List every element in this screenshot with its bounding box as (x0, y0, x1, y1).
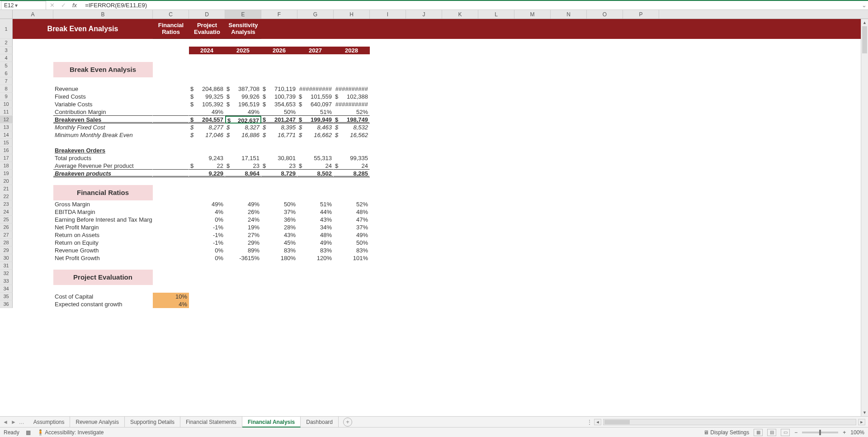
cell[interactable]: $710,119 (261, 85, 297, 93)
zoom-level[interactable]: 100% (850, 429, 864, 436)
cell[interactable]: $16,562 (334, 131, 370, 139)
row-header[interactable]: 15 (0, 139, 13, 147)
cell[interactable]: $17,046 (189, 131, 225, 139)
cell[interactable]: 48% (297, 231, 334, 239)
zoom-in-button[interactable]: + (843, 429, 846, 436)
row-header[interactable]: 36 (0, 300, 13, 308)
cell[interactable]: $24 (334, 162, 370, 170)
view-normal-button[interactable]: ▦ (754, 429, 763, 436)
display-settings-button[interactable]: 🖥 Display Settings (703, 429, 749, 436)
row-header[interactable]: 16 (0, 147, 13, 154)
cell[interactable]: -1% (189, 231, 225, 239)
cell[interactable]: $99,325 (189, 93, 225, 100)
row-header[interactable]: 12 (0, 116, 13, 124)
row-header[interactable]: 20 (0, 177, 13, 185)
row-header[interactable]: 13 (0, 124, 13, 131)
cell[interactable]: $99,926 (225, 93, 261, 100)
row-header[interactable]: 17 (0, 154, 13, 162)
cell[interactable]: ########## (334, 85, 370, 93)
cell[interactable]: 51% (297, 108, 334, 116)
cell[interactable]: $204,557 (189, 116, 225, 124)
hscroll-right-icon[interactable]: ► (858, 419, 865, 425)
macro-record-icon[interactable]: ▦ (26, 429, 31, 436)
name-box[interactable]: E12 ▾ (1, 1, 46, 10)
cell[interactable]: 44% (297, 208, 334, 216)
row-header[interactable]: 29 (0, 247, 13, 254)
row-header[interactable]: 18 (0, 162, 13, 170)
cell[interactable]: 50% (261, 200, 297, 208)
row-header[interactable]: 24 (0, 208, 13, 216)
row-header[interactable]: 3233 (0, 270, 13, 285)
cell[interactable]: $24 (297, 162, 334, 170)
row-header[interactable]: 27 (0, 231, 13, 239)
accessibility-status[interactable]: 🧍 Accessibility: Investigate (37, 429, 104, 436)
cell[interactable]: $204,868 (189, 85, 225, 93)
zoom-slider[interactable] (802, 432, 838, 433)
cell[interactable]: $8,277 (189, 124, 225, 131)
sensitivity-analysis-button[interactable]: SensitivityAnalysis (225, 19, 261, 39)
tab-nav-more-icon[interactable]: … (19, 419, 24, 425)
tab-supporting-details[interactable]: Supporting Details (125, 417, 180, 428)
cell[interactable]: 83% (297, 247, 334, 254)
cell[interactable]: 180% (261, 254, 297, 262)
cell[interactable]: $198,749 (334, 116, 370, 124)
row-header[interactable]: 30 (0, 254, 13, 262)
row-header[interactable]: 31 (0, 262, 13, 270)
view-page-break-button[interactable]: ▭ (781, 429, 790, 436)
cell[interactable]: $105,392 (189, 100, 225, 108)
col-header[interactable]: M (514, 10, 551, 19)
col-header[interactable]: P (623, 10, 659, 19)
cell[interactable]: 8,285 (334, 170, 370, 177)
cell[interactable]: $640,097 (297, 100, 334, 108)
cell[interactable]: $8,463 (297, 124, 334, 131)
row-header[interactable]: 28 (0, 239, 13, 247)
cell[interactable]: 83% (261, 247, 297, 254)
col-header[interactable]: O (587, 10, 623, 19)
formula-input[interactable]: =IFERROR(E9/E11,E9) (83, 2, 860, 9)
row-header[interactable]: 26 (0, 223, 13, 231)
col-header[interactable]: B (53, 10, 153, 19)
col-header[interactable]: H (334, 10, 370, 19)
tab-split-icon[interactable]: ⋮ (587, 419, 592, 425)
scroll-up-icon[interactable]: ▲ (861, 19, 868, 26)
row-header[interactable]: 4 (0, 54, 13, 62)
row-header[interactable]: 3 (0, 47, 13, 54)
col-header[interactable]: E (225, 10, 261, 19)
cell[interactable]: 24% (225, 216, 261, 223)
cell[interactable]: ########## (334, 100, 370, 108)
cell[interactable]: 29% (225, 239, 261, 247)
cell[interactable]: 49% (225, 200, 261, 208)
cell[interactable]: 0% (189, 254, 225, 262)
cell[interactable]: 30,801 (261, 154, 297, 162)
cell[interactable]: $23 (261, 162, 297, 170)
active-cell[interactable]: $202,637 (225, 116, 261, 124)
row-header[interactable]: 10 (0, 100, 13, 108)
cell[interactable]: 8,964 (225, 170, 261, 177)
fx-icon[interactable]: fx (72, 2, 80, 9)
row-header[interactable]: 8 (0, 85, 13, 93)
col-header[interactable]: D (189, 10, 225, 19)
col-header[interactable]: F (261, 10, 297, 19)
cell[interactable]: $8,532 (334, 124, 370, 131)
spreadsheet-grid[interactable]: A B C D E F G H I J K L M N O P 1 Break … (0, 10, 868, 416)
cell[interactable]: 45% (261, 239, 297, 247)
cell[interactable]: -1% (189, 239, 225, 247)
cell[interactable]: $16,771 (261, 131, 297, 139)
cell[interactable]: 49% (297, 239, 334, 247)
cell[interactable]: -3615% (225, 254, 261, 262)
cell[interactable]: $8,327 (225, 124, 261, 131)
cell[interactable]: 120% (297, 254, 334, 262)
col-header[interactable]: L (478, 10, 514, 19)
cell[interactable]: ########## (297, 85, 334, 93)
project-evaluation-button[interactable]: ProjectEvaluatio (189, 19, 225, 39)
cell[interactable]: 9,229 (189, 170, 225, 177)
row-header[interactable]: 2122 (0, 185, 13, 200)
col-header[interactable]: N (551, 10, 587, 19)
cell[interactable]: 27% (225, 231, 261, 239)
cell[interactable]: $199,949 (297, 116, 334, 124)
cell[interactable]: 55,313 (297, 154, 334, 162)
cell[interactable]: 37% (261, 208, 297, 216)
scrollbar-thumb[interactable] (862, 26, 867, 53)
cell[interactable]: 51% (297, 200, 334, 208)
cell[interactable]: 4% (189, 208, 225, 216)
